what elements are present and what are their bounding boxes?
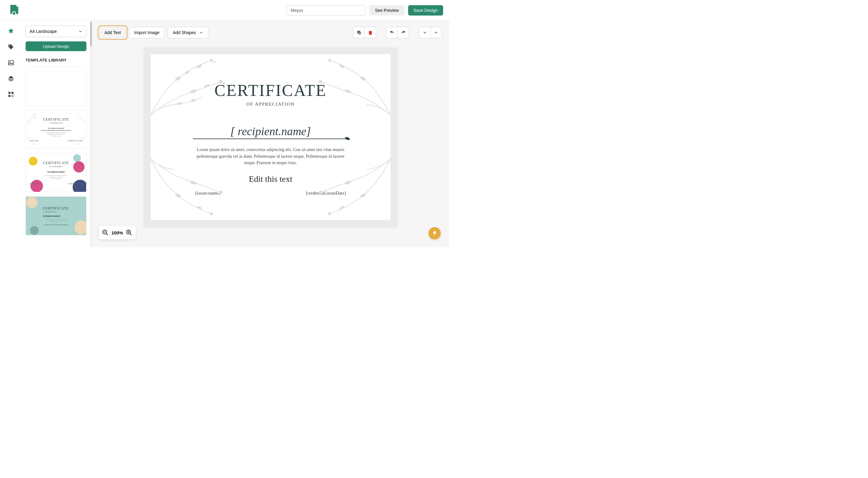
zoom-in-icon xyxy=(126,229,132,236)
layer-down-button[interactable] xyxy=(419,27,430,38)
mini-sub: OF APPRECIATION xyxy=(49,122,63,124)
certificate-title[interactable]: CERTIFICATE xyxy=(215,81,327,100)
page-size-select[interactable]: A4 Landscape xyxy=(26,26,87,37)
certificate-inner: CERTIFICATE OF APPRECIATION [ recipient.… xyxy=(151,54,391,220)
svg-point-30 xyxy=(360,76,366,82)
mini-body: Lorem ipsum dolor sit amet consecteturad… xyxy=(43,218,69,222)
svg-rect-18 xyxy=(358,32,361,34)
zoom-out-button[interactable] xyxy=(102,229,109,236)
svg-point-12 xyxy=(34,114,35,115)
svg-point-15 xyxy=(34,144,35,145)
mini-title: CERTIFICATE xyxy=(43,117,69,122)
svg-point-40 xyxy=(360,193,366,199)
svg-point-41 xyxy=(339,205,345,210)
mini-sub: OF ACHIEVEMENT xyxy=(49,166,63,168)
template-achievement-abstract[interactable]: CERTIFICATE OF ACHIEVEMENT [recipient.na… xyxy=(26,153,87,192)
certificate-page[interactable]: CERTIFICATE OF APPRECIATION [ recipient.… xyxy=(144,48,397,227)
issuer-name-field[interactable]: [issuer.name] xyxy=(195,190,220,196)
layer-up-button[interactable] xyxy=(430,27,442,38)
undo-icon xyxy=(389,30,395,35)
size-select-label: A4 Landscape xyxy=(30,29,57,34)
add-text-button[interactable]: Add Text xyxy=(99,27,126,38)
chevron-down-icon xyxy=(78,29,83,33)
import-image-button[interactable]: Import Image xyxy=(129,27,164,38)
undo-button[interactable] xyxy=(386,27,398,38)
help-button[interactable] xyxy=(429,227,441,239)
rail-tags[interactable] xyxy=(7,43,14,51)
redo-icon xyxy=(401,30,406,35)
zoom-out-icon xyxy=(102,229,108,236)
svg-point-21 xyxy=(196,64,203,69)
svg-point-33 xyxy=(344,89,351,94)
svg-rect-9 xyxy=(13,95,14,96)
copy-icon xyxy=(356,30,362,35)
redo-button[interactable] xyxy=(398,27,409,38)
svg-point-38 xyxy=(190,180,197,185)
recipient-name-field[interactable]: [ recipient.name] xyxy=(230,124,311,138)
mini-name: [recipient.name] xyxy=(43,215,69,217)
floral-ornament-icon xyxy=(151,159,236,220)
rail-qrcode[interactable] xyxy=(7,91,14,98)
mini-name: [recipient.name] xyxy=(48,171,64,173)
svg-rect-5 xyxy=(8,92,11,94)
svg-point-16 xyxy=(77,144,78,145)
svg-rect-11 xyxy=(13,96,14,97)
svg-point-24 xyxy=(190,89,197,94)
rail-layers[interactable] xyxy=(7,75,14,82)
rail-templates[interactable] xyxy=(7,27,14,35)
template-appreciation-floral[interactable]: CERTIFICATE OF APPRECIATION [recipient.n… xyxy=(26,110,87,149)
design-name-input[interactable] xyxy=(287,5,366,16)
recipient-underline xyxy=(193,139,348,139)
svg-rect-8 xyxy=(11,95,12,96)
template-blank[interactable] xyxy=(26,67,87,106)
certificate-body-text[interactable]: Lorem ipsum dolor sit amet, consectetur … xyxy=(191,146,350,166)
editable-text-placeholder[interactable]: Edit this text xyxy=(249,174,292,184)
svg-point-32 xyxy=(328,59,331,62)
mini-name: [recipient.name] xyxy=(48,127,64,130)
svg-rect-10 xyxy=(11,96,12,97)
lightbulb-icon xyxy=(432,231,437,236)
svg-point-43 xyxy=(344,180,351,185)
save-button[interactable]: Save Design xyxy=(408,5,443,16)
add-shapes-label: Add Shapes xyxy=(173,30,196,35)
chevron-down-icon xyxy=(199,30,203,35)
chevron-up-icon xyxy=(434,30,439,35)
mini-body: Lorem ipsum dolor sit amet consecteturad… xyxy=(45,132,67,137)
template-panel: A4 Landscape Upload Design TEMPLATE LIBR… xyxy=(22,21,90,247)
svg-point-35 xyxy=(175,193,181,199)
svg-line-46 xyxy=(106,234,108,235)
duplicate-button[interactable] xyxy=(353,27,365,38)
add-shapes-button[interactable]: Add Shapes xyxy=(168,27,209,38)
mini-body: Lorem ipsum dolor sit amet consecteturad… xyxy=(45,175,67,180)
svg-point-1 xyxy=(13,12,16,14)
mini-sub: OF APPRECIATION xyxy=(43,211,69,213)
certificate-subtitle[interactable]: OF APPRECIATION xyxy=(247,102,295,107)
svg-point-25 xyxy=(204,84,210,88)
floral-ornament-icon xyxy=(305,159,391,220)
svg-point-36 xyxy=(196,205,203,210)
upload-design-button[interactable]: Upload Design xyxy=(26,41,87,51)
zoom-control: 100% xyxy=(99,226,136,239)
rail-images[interactable] xyxy=(7,59,14,66)
svg-rect-7 xyxy=(8,95,11,97)
svg-point-42 xyxy=(328,212,331,215)
svg-rect-6 xyxy=(11,92,14,94)
svg-point-2 xyxy=(9,45,10,46)
canvas-toolbar: Add Text Import Image Add Shapes xyxy=(92,21,449,42)
header: See Preview Save Design xyxy=(0,0,449,21)
issue-date-field[interactable]: [credential.issueDate] xyxy=(306,190,346,196)
svg-point-31 xyxy=(339,64,345,69)
delete-button[interactable] xyxy=(365,27,376,38)
library-heading: TEMPLATE LIBRARY xyxy=(26,58,87,62)
app-logo xyxy=(8,4,21,17)
mini-title: CERTIFICATE xyxy=(43,161,69,165)
svg-point-13 xyxy=(35,117,36,118)
zoom-in-button[interactable] xyxy=(125,229,133,236)
svg-point-20 xyxy=(184,70,190,75)
svg-point-29 xyxy=(190,99,196,102)
svg-point-23 xyxy=(214,61,215,63)
template-appreciation-pastel[interactable]: CERTIFICATE OF APPRECIATION [recipient.n… xyxy=(26,197,87,235)
svg-line-49 xyxy=(130,234,132,235)
preview-button[interactable]: See Preview xyxy=(370,5,404,16)
svg-point-28 xyxy=(177,102,183,106)
